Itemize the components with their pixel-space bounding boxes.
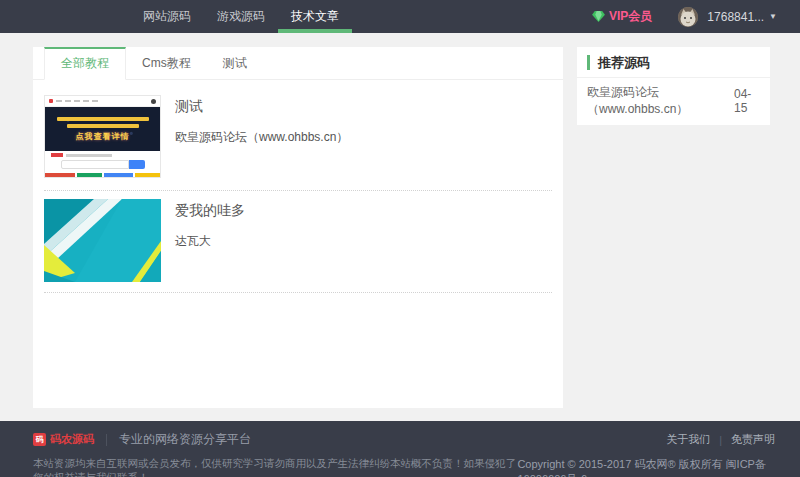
tab-test[interactable]: 测试 <box>207 47 263 79</box>
active-nav-indicator <box>278 29 352 33</box>
article-subtitle: 欧皇源码论坛（www.ohbbs.cn） <box>175 129 348 146</box>
vip-label: VIP会员 <box>609 8 652 25</box>
sidebar-title: 推荐源码 <box>587 55 650 70</box>
main-container: 全部教程 Cms教程 测试 点我查看详情 <box>0 33 800 408</box>
footer-logo[interactable]: 码 码农源码 <box>33 432 94 447</box>
footer-logo-text: 码农源码 <box>50 432 94 447</box>
tab-cms-tutorials[interactable]: Cms教程 <box>126 47 207 79</box>
footer-links: 关于我们 | 免责声明 <box>666 432 775 447</box>
mini-color-stripes <box>45 173 160 177</box>
footer-disclaimer: 本站资源均来自互联网或会员发布，仅供研究学习请勿商用以及产生法律纠纷本站概不负责… <box>33 457 517 477</box>
user-menu[interactable]: 1768841... ▼ <box>678 7 777 27</box>
nav-item-website-source[interactable]: 网站源码 <box>130 0 204 33</box>
article-list-card: 全部教程 Cms教程 测试 点我查看详情 <box>33 47 563 408</box>
sidebar-header: 推荐源码 <box>577 47 770 78</box>
article-list-item: 爱我的哇多 达瓦大 <box>33 191 563 292</box>
mini-site-banner: 点我查看详情 <box>45 107 160 151</box>
recommended-item-date: 04-15 <box>734 87 760 115</box>
article-thumbnail[interactable]: 点我查看详情 <box>44 95 161 178</box>
article-title[interactable]: 爱我的哇多 <box>175 202 245 220</box>
mini-site-logo <box>49 99 53 103</box>
article-thumbnail[interactable] <box>44 199 161 282</box>
nav-item-label: 游戏源码 <box>217 9 265 23</box>
mini-banner-button: 点我查看详情 <box>76 131 130 142</box>
nav-item-tech-articles[interactable]: 技术文章 <box>278 0 352 33</box>
chevron-down-icon: ▼ <box>769 12 777 21</box>
item-divider <box>44 292 552 293</box>
mini-site-navbar <box>45 96 160 107</box>
article-tabs: 全部教程 Cms教程 测试 <box>33 47 563 80</box>
vip-member-link[interactable]: VIP会员 <box>592 8 652 25</box>
recommended-item-title: 欧皇源码论坛（www.ohbbs.cn） <box>587 84 734 118</box>
main-nav: 网站源码 游戏源码 技术文章 <box>130 0 352 33</box>
footer-link-about[interactable]: 关于我们 <box>666 432 710 447</box>
recommended-item[interactable]: 欧皇源码论坛（www.ohbbs.cn） 04-15 <box>577 78 770 125</box>
footer-divider <box>106 434 107 446</box>
footer-link-disclaimer[interactable]: 免责声明 <box>731 432 775 447</box>
mini-site-body <box>45 151 160 173</box>
article-title[interactable]: 测试 <box>175 98 348 116</box>
footer-copyright: Copyright © 2015-2017 码农网® 版权所有 闽ICP备160… <box>517 457 775 477</box>
vip-gem-icon <box>592 11 605 22</box>
username: 1768841... <box>707 10 764 24</box>
nav-item-game-source[interactable]: 游戏源码 <box>204 0 278 33</box>
navbar-right: VIP会员 1768841... ▼ <box>592 0 777 33</box>
mini-search-bar <box>51 160 154 169</box>
page-footer: 码 码农源码 专业的网络资源分享平台 关于我们 | 免责声明 本站资源均来自互联… <box>0 421 800 477</box>
recommended-sidebar: 推荐源码 欧皇源码论坛（www.ohbbs.cn） 04-15 <box>577 47 770 125</box>
tab-all-tutorials[interactable]: 全部教程 <box>44 47 126 80</box>
article-list-item: 点我查看详情 测试 欧皇源码论坛（w <box>33 80 563 190</box>
nav-item-label: 网站源码 <box>143 9 191 23</box>
nav-item-label: 技术文章 <box>291 9 339 23</box>
top-navbar: 网站源码 游戏源码 技术文章 VIP会员 <box>0 0 800 33</box>
footer-slogan: 专业的网络资源分享平台 <box>119 431 251 448</box>
article-subtitle: 达瓦大 <box>175 233 245 250</box>
avatar <box>678 7 698 27</box>
footer-logo-icon: 码 <box>33 433 46 446</box>
